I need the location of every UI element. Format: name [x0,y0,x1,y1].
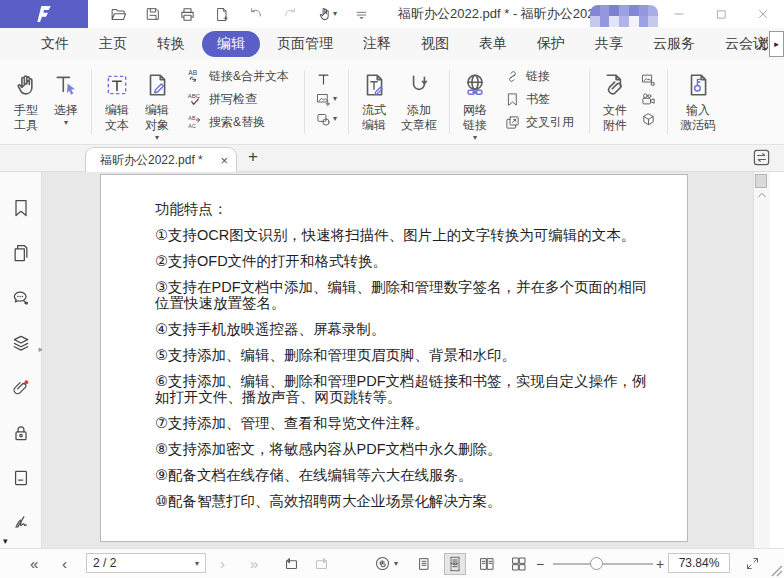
close-button[interactable] [742,0,784,28]
file-attachment-button[interactable]: 文件 附件 [595,60,635,144]
menu-bar: 文件 主页 转换 编辑 页面管理 注释 视图 表单 保护 共享 云服务 云会议 … [0,28,784,60]
last-page-button[interactable]: » [250,549,258,578]
vertical-scrollbar[interactable] [753,172,770,548]
page-number-box[interactable]: 2 / 2 ▾ [86,553,206,573]
page-dropdown-arrow[interactable]: ▾ [195,559,199,568]
open-folder-icon[interactable] [110,6,127,23]
window-resize-grip[interactable] [771,565,783,577]
add-article-box-button[interactable]: 添加 文章框 [394,60,444,144]
doc-line: ①支持OCR图文识别，快速将扫描件、图片上的文字转换为可编辑的文本。 [155,227,659,243]
document-view[interactable]: 功能特点： ①支持OCR图文识别，快速将扫描件、图片上的文字转换为可编辑的文本。… [42,172,753,548]
navigation-sidebar: ▾ ▸ [0,172,42,548]
prev-page-button[interactable]: ‹ [62,549,67,578]
svg-text:AB: AB [188,115,196,121]
insert-video-button[interactable] [641,92,656,107]
menu-form[interactable]: 表单 [464,35,522,53]
web-link-dropdown-arrow[interactable]: ▾ [473,133,477,143]
pdf-page[interactable]: 功能特点： ①支持OCR图文识别，快速将扫描件、图片上的文字转换为可编辑的文本。… [100,174,688,542]
new-page-icon[interactable] [214,6,230,23]
first-page-button[interactable]: « [30,549,38,578]
next-view-icon[interactable] [313,549,330,578]
menu-protect[interactable]: 保护 [522,35,580,53]
destinations-panel-icon[interactable] [11,468,31,488]
minimize-button[interactable] [658,0,700,28]
zoom-out-button[interactable]: − [536,549,544,578]
menu-comment[interactable]: 注释 [348,35,406,53]
scroll-up-icon[interactable] [757,191,767,199]
link-merge-text-button[interactable]: AB 链接&合并文本 [187,68,289,85]
scrollbar-thumb[interactable] [755,174,767,188]
foxit-logo[interactable] [0,0,88,28]
insert-image-button[interactable] [641,72,656,87]
flow-edit-button[interactable]: 流式 编辑 [354,60,394,144]
web-link-button[interactable]: 网络 链接 ▾ [455,60,495,144]
hand-tool-button[interactable]: 手型 工具 [6,60,46,144]
customize-toolbar-icon[interactable] [355,8,368,21]
add-text-button[interactable] [316,72,337,87]
maximize-button[interactable] [700,0,742,28]
menu-scroll-right-button[interactable]: ▸ [769,31,784,57]
select-text-icon [53,69,79,101]
edit-object-dropdown-arrow[interactable]: ▾ [155,133,159,143]
activation-code-icon [685,69,711,101]
hand-dropdown-arrow[interactable]: ▾ [333,9,337,19]
layout-facing-icon[interactable] [476,553,498,575]
sidebar-more-icon[interactable]: ▾ [3,536,8,546]
pages-panel-icon[interactable] [11,243,31,263]
menu-view[interactable]: 视图 [406,35,464,53]
add-shape-button[interactable]: ▾ [316,112,337,127]
hand-mode-dropdown-arrow[interactable]: ▾ [394,559,398,569]
signatures-panel-icon[interactable] [11,513,31,533]
select-tool-button[interactable]: 选择 ▾ [46,60,86,144]
document-tab-label: 福昕办公2022.pdf * [100,152,216,169]
zoom-in-button[interactable]: + [656,549,664,578]
spell-check-button[interactable]: ABC 拼写检查 [187,91,289,108]
bookmark-button[interactable]: 书签 [505,91,574,108]
hand-pointer-icon[interactable]: ▾ [316,6,337,23]
menu-share[interactable]: 共享 [580,35,638,53]
menu-edit[interactable]: 编辑 [202,31,260,57]
layers-panel-icon[interactable] [11,333,31,353]
insert-3d-button[interactable] [641,112,656,127]
zoom-value[interactable]: 73.84% [679,556,720,570]
layout-continuous-icon[interactable] [444,553,466,575]
next-page-button[interactable]: › [220,549,225,578]
link-button[interactable]: 链接 [505,68,574,85]
edit-text-button[interactable]: 编辑 文本 [97,60,137,144]
edit-object-icon [144,69,170,101]
page-number-value[interactable]: 2 / 2 [93,556,195,570]
search-replace-button[interactable]: ABAC 搜索&替换 [187,114,289,131]
hand-mode-icon[interactable]: ▾ [374,549,398,578]
document-tab[interactable]: 福昕办公2022.pdf * × [85,147,237,172]
fullscreen-icon[interactable] [745,549,760,578]
zoom-slider-handle[interactable] [590,557,603,570]
menu-overflow-item[interactable]: 放 [758,35,768,53]
zoom-value-box[interactable]: 73.84% [668,553,730,573]
panel-toggle-icon[interactable] [752,148,771,167]
add-image-button[interactable]: ▾ [316,92,337,107]
bookmarks-panel-icon[interactable] [11,198,31,218]
undo-icon[interactable] [248,6,264,22]
layout-facing-continuous-icon[interactable] [508,553,530,575]
menu-convert[interactable]: 转换 [142,35,200,53]
save-icon[interactable] [145,6,161,22]
blurred-account-avatar[interactable] [590,5,658,27]
menu-file[interactable]: 文件 [26,35,84,53]
edit-object-button[interactable]: 编辑 对象 ▾ [137,60,177,144]
new-tab-button[interactable]: + [248,147,258,167]
activation-code-button[interactable]: 输入 激活码 [673,60,723,144]
attachments-panel-icon[interactable] [11,378,31,398]
previous-view-icon[interactable] [283,549,300,578]
tab-close-icon[interactable]: × [220,153,228,168]
layout-single-page-icon[interactable] [413,553,435,575]
zoom-slider-track[interactable] [553,563,653,565]
menu-cloud-service[interactable]: 云服务 [638,35,710,53]
security-panel-icon[interactable] [11,423,31,443]
cross-reference-button[interactable]: 交叉引用 [505,114,574,131]
select-dropdown-arrow[interactable]: ▾ [64,118,68,128]
menu-home[interactable]: 主页 [84,35,142,53]
menu-page-management[interactable]: 页面管理 [262,35,348,53]
ribbon-separator [449,70,450,134]
print-icon[interactable] [179,6,196,23]
comments-panel-icon[interactable] [11,288,31,308]
